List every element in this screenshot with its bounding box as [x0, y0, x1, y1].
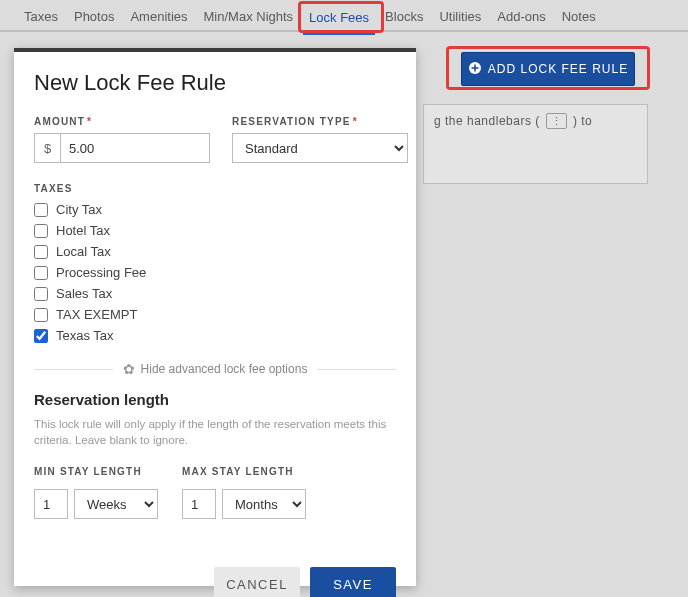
reservation-type-label: RESERVATION TYPE — [232, 116, 351, 127]
divider-label: Hide advanced lock fee options — [141, 362, 308, 376]
tax-option-exempt[interactable]: TAX EXEMPT — [34, 307, 396, 322]
amount-field: AMOUNT* $ — [34, 116, 210, 163]
tax-checkbox[interactable] — [34, 245, 48, 259]
tab-notes[interactable]: Notes — [556, 5, 602, 34]
hint-panel: g the handlebars ( ⋮ ) to — [423, 104, 648, 184]
drag-handle-icon: ⋮ — [546, 113, 568, 129]
tax-label: Processing Fee — [56, 265, 146, 280]
new-lock-fee-rule-modal: New Lock Fee Rule AMOUNT* $ RESERVATION … — [14, 48, 416, 586]
tab-taxes[interactable]: Taxes — [18, 5, 64, 34]
tax-option-sales[interactable]: Sales Tax — [34, 286, 396, 301]
currency-symbol: $ — [34, 133, 60, 163]
tab-photos[interactable]: Photos — [68, 5, 120, 34]
tax-label: City Tax — [56, 202, 102, 217]
max-stay-group: MAX STAY LENGTH Months — [182, 466, 306, 519]
tax-checkbox[interactable] — [34, 266, 48, 280]
gear-icon: ✿ — [123, 361, 135, 377]
tax-checkbox[interactable] — [34, 287, 48, 301]
modal-title: New Lock Fee Rule — [34, 70, 396, 96]
min-stay-group: MIN STAY LENGTH Weeks — [34, 466, 158, 519]
tax-label: Local Tax — [56, 244, 111, 259]
tax-checkbox[interactable] — [34, 329, 48, 343]
reservation-length-title: Reservation length — [34, 391, 396, 408]
tax-option-processing[interactable]: Processing Fee — [34, 265, 396, 280]
hint-text-prefix: g the handlebars ( — [434, 114, 540, 128]
add-lock-fee-rule-button[interactable]: ADD LOCK FEE RULE — [461, 52, 635, 86]
tab-minmaxnights[interactable]: Min/Max Nights — [198, 5, 300, 34]
tax-option-hotel[interactable]: Hotel Tax — [34, 223, 396, 238]
tab-blocks[interactable]: Blocks — [379, 5, 429, 34]
save-button[interactable]: SAVE — [310, 567, 396, 597]
amount-label: AMOUNT — [34, 116, 85, 127]
max-stay-value[interactable] — [182, 489, 216, 519]
amount-input[interactable] — [60, 133, 210, 163]
min-stay-value[interactable] — [34, 489, 68, 519]
taxes-list: City Tax Hotel Tax Local Tax Processing … — [34, 202, 396, 343]
svg-rect-2 — [471, 67, 478, 69]
tax-checkbox[interactable] — [34, 224, 48, 238]
max-stay-label: MAX STAY LENGTH — [182, 466, 306, 477]
required-mark: * — [87, 116, 92, 127]
tax-label: TAX EXEMPT — [56, 307, 137, 322]
min-stay-unit[interactable]: Weeks — [74, 489, 158, 519]
reservation-type-field: RESERVATION TYPE* Standard — [232, 116, 408, 163]
tab-bar: Taxes Photos Amenities Min/Max Nights Lo… — [0, 0, 688, 32]
tax-option-texas[interactable]: Texas Tax — [34, 328, 396, 343]
add-rule-button-wrap: ADD LOCK FEE RULE — [448, 48, 648, 88]
max-stay-unit[interactable]: Months — [222, 489, 306, 519]
tax-checkbox[interactable] — [34, 203, 48, 217]
tax-label: Texas Tax — [56, 328, 114, 343]
tab-lockfees[interactable]: Lock Fees — [303, 6, 375, 35]
reservation-length-desc: This lock rule will only apply if the le… — [34, 416, 396, 448]
cancel-button[interactable]: CANCEL — [214, 567, 300, 597]
hint-text-suffix: ) to — [573, 114, 592, 128]
tab-addons[interactable]: Add-ons — [491, 5, 551, 34]
min-stay-label: MIN STAY LENGTH — [34, 466, 158, 477]
tax-label: Sales Tax — [56, 286, 112, 301]
tax-label: Hotel Tax — [56, 223, 110, 238]
required-mark: * — [353, 116, 358, 127]
app-stage: Taxes Photos Amenities Min/Max Nights Lo… — [0, 0, 688, 597]
taxes-section-label: TAXES — [34, 183, 396, 194]
tax-option-local[interactable]: Local Tax — [34, 244, 396, 259]
tab-utilities[interactable]: Utilities — [433, 5, 487, 34]
tab-amenities[interactable]: Amenities — [124, 5, 193, 34]
advanced-options-divider[interactable]: ✿ Hide advanced lock fee options — [34, 361, 396, 377]
tax-checkbox[interactable] — [34, 308, 48, 322]
add-rule-button-label: ADD LOCK FEE RULE — [488, 62, 628, 76]
reservation-type-select[interactable]: Standard — [232, 133, 408, 163]
plus-circle-icon — [468, 61, 482, 78]
tax-option-city[interactable]: City Tax — [34, 202, 396, 217]
